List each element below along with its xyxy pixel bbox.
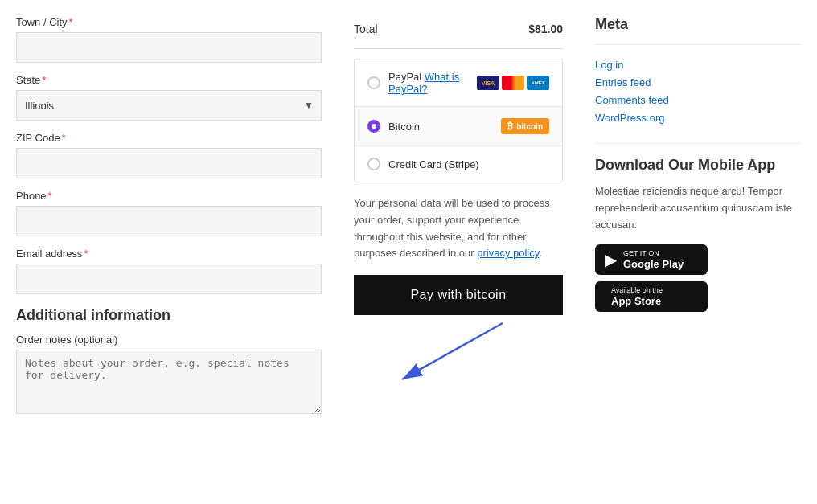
- payment-options: PayPal What is PayPal? VISA AMEX Bitcoin…: [354, 59, 563, 182]
- email-group: Email address*: [16, 248, 322, 294]
- meta-link-item-login: Log in: [595, 58, 801, 71]
- meta-link-item-entries: Entries feed: [595, 76, 801, 88]
- phone-input[interactable]: [16, 206, 322, 236]
- email-label: Email address*: [16, 248, 322, 260]
- app-divider: [595, 143, 801, 144]
- credit-card-label: Credit Card (Stripe): [388, 158, 549, 170]
- bitcoin-label: Bitcoin: [388, 121, 501, 133]
- credit-card-option[interactable]: Credit Card (Stripe): [355, 146, 562, 182]
- arrow-svg: [354, 315, 515, 395]
- left-column: Town / City* State* Illinois Alabama Ala…: [0, 8, 338, 496]
- entries-feed-link[interactable]: Entries feed: [595, 76, 651, 88]
- privacy-policy-link[interactable]: privacy policy: [477, 247, 539, 259]
- meta-links: Log in Entries feed Comments feed WordPr…: [595, 58, 801, 124]
- paypal-link[interactable]: What is PayPal?: [388, 71, 459, 95]
- email-input[interactable]: [16, 264, 322, 294]
- middle-column: Total $81.00 PayPal What is PayPal? VISA…: [338, 8, 579, 496]
- state-select[interactable]: Illinois Alabama Alaska Arizona Californ…: [16, 90, 322, 121]
- paypal-radio[interactable]: [367, 76, 380, 89]
- credit-card-radio[interactable]: [367, 158, 380, 170]
- privacy-text: Your personal data will be used to proce…: [354, 195, 563, 262]
- mastercard-badge: [502, 76, 524, 90]
- google-play-badge[interactable]: ▶ GET IT ON Google Play: [595, 244, 708, 275]
- bitcoin-logo: ₿ bitcoin: [501, 118, 549, 134]
- order-notes-textarea[interactable]: [16, 350, 322, 414]
- zip-code-group: ZIP Code*: [16, 132, 322, 178]
- google-play-text: GET IT ON Google Play: [623, 249, 684, 270]
- paypal-label: PayPal What is PayPal?: [388, 71, 477, 95]
- total-value: $81.00: [528, 23, 563, 35]
- total-label: Total: [354, 23, 378, 35]
- required-marker: *: [69, 16, 73, 28]
- meta-link-item-wordpress: WordPress.org: [595, 111, 801, 124]
- state-label: State*: [16, 74, 322, 86]
- paypal-logo: VISA AMEX: [477, 76, 549, 90]
- meta-link-item-comments: Comments feed: [595, 93, 801, 106]
- state-group: State* Illinois Alabama Alaska Arizona C…: [16, 74, 322, 121]
- state-select-wrapper: Illinois Alabama Alaska Arizona Californ…: [16, 90, 322, 121]
- app-store-text: Available on the App Store: [611, 286, 663, 307]
- meta-divider: [595, 44, 801, 45]
- phone-group: Phone*: [16, 190, 322, 236]
- app-title: Download Our Mobile App: [595, 157, 801, 174]
- right-column: Meta Log in Entries feed Comments feed W…: [579, 8, 817, 496]
- svg-line-1: [402, 323, 503, 379]
- town-city-group: Town / City*: [16, 16, 322, 63]
- order-notes-label: Order notes (optional): [16, 334, 322, 346]
- arrow-annotation: [354, 315, 563, 395]
- town-city-label: Town / City*: [16, 16, 322, 28]
- town-city-input[interactable]: [16, 32, 322, 63]
- app-desc: Molestiae reiciendis neque arcu! Tempor …: [595, 183, 801, 233]
- login-link[interactable]: Log in: [595, 59, 623, 71]
- comments-feed-link[interactable]: Comments feed: [595, 94, 669, 106]
- google-play-icon: ▶: [605, 250, 617, 269]
- zip-code-input[interactable]: [16, 148, 322, 178]
- zip-code-label: ZIP Code*: [16, 132, 322, 144]
- wordpress-link[interactable]: WordPress.org: [595, 112, 664, 124]
- paypal-option[interactable]: PayPal What is PayPal? VISA AMEX: [355, 59, 562, 107]
- app-badges: ▶ GET IT ON Google Play Available on the…: [595, 244, 801, 312]
- order-notes-group: Order notes (optional): [16, 334, 322, 416]
- bitcoin-option[interactable]: Bitcoin ₿ bitcoin: [355, 107, 562, 146]
- meta-title: Meta: [595, 16, 801, 33]
- amex-badge: AMEX: [527, 76, 549, 90]
- app-store-badge[interactable]: Available on the App Store: [595, 281, 708, 312]
- pay-button[interactable]: Pay with bitcoin: [354, 275, 563, 315]
- total-row: Total $81.00: [354, 16, 563, 49]
- additional-info-title: Additional information: [16, 307, 322, 324]
- visa-badge: VISA: [477, 76, 499, 90]
- phone-label: Phone*: [16, 190, 322, 202]
- paypal-cards: VISA AMEX: [477, 76, 549, 90]
- bitcoin-badge: ₿ bitcoin: [501, 118, 549, 134]
- bitcoin-radio[interactable]: [367, 120, 380, 133]
